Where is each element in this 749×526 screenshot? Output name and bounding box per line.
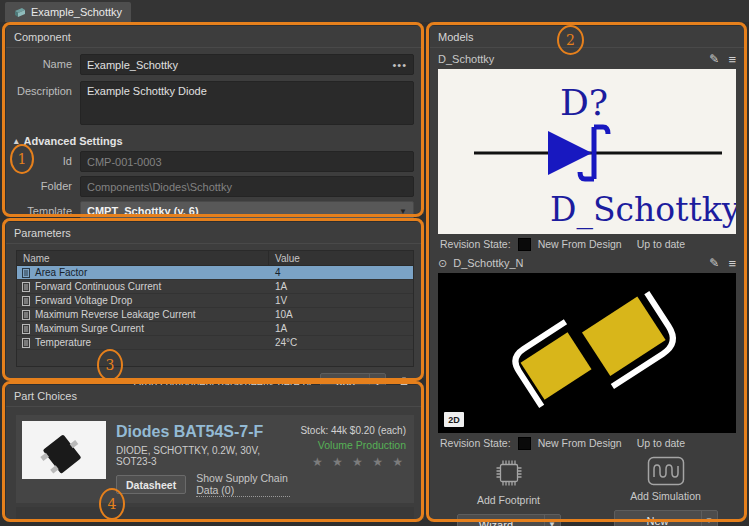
chevron-down-icon[interactable]: ▼	[702, 511, 717, 526]
symbol-name-text: D_Schottky	[550, 190, 736, 230]
revision-swatch	[518, 437, 531, 450]
revision-new-from-design: New From Design	[538, 437, 622, 449]
folder-input	[81, 181, 413, 193]
schematic-symbol-preview[interactable]: D? D_Schottky	[438, 69, 736, 234]
component-icon	[14, 7, 26, 18]
parameter-name: Forward Continuous Current	[35, 281, 269, 292]
parameters-table-body: Area Factor4Forward Continuous Current1A…	[17, 266, 413, 350]
models-panel-title: Models	[430, 26, 744, 48]
parameter-icon	[17, 338, 35, 348]
parameter-name: Maximum Reverse Leakage Current	[35, 309, 269, 320]
table-row[interactable]: Forward Continuous Current1A	[17, 280, 413, 294]
id-input	[81, 156, 413, 168]
parameter-value: 24°C	[269, 337, 413, 348]
datasheet-button[interactable]: Datasheet	[116, 475, 186, 494]
symbol-menu-icon[interactable]: ≡	[728, 53, 736, 66]
parameter-icon	[17, 282, 35, 292]
tab-title: Example_Schottky	[31, 6, 122, 18]
part-choice-item[interactable]: Diodes BAT54S-7-F DIODE, SCHOTTKY, 0.2W,…	[16, 415, 414, 503]
revision-status: Up to date	[637, 238, 685, 250]
template-label: Template	[6, 201, 72, 217]
parameters-table: Name Value Area Factor4Forward Continuou…	[16, 250, 414, 367]
lifecycle-status: Volume Production	[300, 439, 406, 451]
parameter-name: Forward Voltage Drop	[35, 295, 269, 306]
parameter-value: 1A	[269, 323, 413, 334]
revision-swatch	[518, 238, 531, 251]
description-input[interactable]: Example Schottky Diode	[80, 81, 414, 125]
name-input[interactable]	[81, 59, 386, 71]
chip-icon	[491, 456, 527, 490]
tab-example-schottky[interactable]: Example_Schottky	[5, 2, 131, 22]
footprint-model-name: D_Schottky_N	[453, 257, 703, 269]
parameters-panel: Parameters Name Value Area Factor4Forwar…	[6, 222, 424, 378]
part-choices-empty-row	[16, 507, 414, 521]
table-row[interactable]: Maximum Surge Current1A	[17, 322, 413, 336]
template-select[interactable]: CMPT_Schottky (v. 6) ▼	[80, 201, 414, 221]
diode-triangle	[548, 131, 592, 175]
parameter-icon	[17, 296, 35, 306]
wizard-label[interactable]: Wizard...	[458, 515, 545, 526]
parameter-icon	[17, 310, 35, 320]
new-label[interactable]: New	[615, 511, 702, 526]
table-row[interactable]: Area Factor4	[17, 266, 413, 280]
table-row[interactable]: Forward Voltage Drop1V	[17, 294, 413, 308]
parameter-icon	[17, 324, 35, 334]
add-footprint-label: Add Footprint	[477, 494, 540, 506]
rating-stars[interactable]: ★ ★ ★ ★ ★	[300, 455, 406, 469]
id-label: Id	[6, 151, 72, 167]
parameter-name: Maximum Surge Current	[35, 323, 269, 334]
parameter-name: Temperature	[35, 337, 269, 348]
parameters-table-empty-space	[17, 350, 413, 366]
footprint-wizard-button[interactable]: Wizard... ▼	[457, 514, 561, 526]
revision-state-label: Revision State:	[440, 437, 511, 449]
parameters-table-header: Name Value	[17, 251, 413, 266]
parameters-panel-title: Parameters	[6, 222, 424, 244]
part-title: Diodes BAT54S-7-F	[116, 423, 290, 441]
stock-text: Stock: 44k $0.20 (each)	[300, 425, 406, 436]
table-row[interactable]: Temperature24°C	[17, 336, 413, 350]
component-panel-title: Component	[6, 26, 424, 48]
folder-label: Folder	[6, 176, 72, 192]
advanced-settings-label: Advanced Settings	[24, 135, 123, 147]
symbol-designator-text: D?	[560, 82, 608, 123]
part-description: DIODE, SCHOTTKY, 0.2W, 30V, SOT23-3	[116, 445, 290, 467]
edit-symbol-icon[interactable]: ✎	[709, 53, 719, 65]
parameter-value: 10A	[269, 309, 413, 320]
edit-footprint-icon[interactable]: ✎	[709, 257, 719, 269]
parameter-value: 1A	[269, 281, 413, 292]
more-button[interactable]: •••	[386, 59, 413, 71]
waveform-icon	[647, 456, 685, 486]
description-label: Description	[6, 81, 72, 97]
symbol-model-name: D_Schottky	[438, 53, 703, 65]
parameter-name: Area Factor	[35, 267, 269, 278]
template-value: CMPT_Schottky (v. 6)	[87, 205, 199, 217]
new-simulation-button[interactable]: New ▼	[614, 510, 718, 526]
part-photo	[22, 421, 106, 479]
revision-state-label: Revision State:	[440, 238, 511, 250]
column-header-value[interactable]: Value	[269, 253, 413, 264]
revision-new-from-design: New From Design	[538, 238, 622, 250]
parameter-icon	[17, 268, 35, 278]
parameter-value: 4	[269, 267, 413, 278]
footprint-menu-icon[interactable]: ≡	[728, 257, 736, 270]
revision-status: Up to date	[637, 437, 685, 449]
column-header-name[interactable]: Name	[17, 251, 269, 265]
models-panel: Models D_Schottky ✎ ≡ D? D_Schottky Revi…	[430, 26, 744, 519]
chevron-down-icon: ▼	[399, 207, 407, 216]
chevron-down-icon[interactable]: ▼	[545, 515, 560, 526]
part-choices-panel: Part Choices Diodes BAT54S-7-F DIODE, SC…	[6, 385, 424, 519]
component-panel: Component Name ••• Description Example S…	[6, 26, 424, 214]
supply-chain-link[interactable]: Show Supply Chain Data (0)	[196, 472, 290, 497]
footprint-bullet-icon: ⊙	[438, 257, 447, 270]
table-row[interactable]: Maximum Reverse Leakage Current10A	[17, 308, 413, 322]
add-simulation-label: Add Simulation	[630, 490, 701, 502]
name-label: Name	[6, 54, 72, 70]
parameter-value: 1V	[269, 295, 413, 306]
view-2d-button[interactable]: 2D	[444, 412, 464, 427]
footprint-preview[interactable]: 2D	[438, 273, 736, 433]
part-choices-panel-title: Part Choices	[6, 385, 424, 407]
tab-bar: Example_Schottky	[0, 0, 749, 22]
component-editor-screen: Example_Schottky Component Name ••• Desc…	[0, 0, 749, 526]
footprint-pad-2	[582, 296, 666, 376]
collapse-icon[interactable]: ▴	[14, 136, 19, 146]
